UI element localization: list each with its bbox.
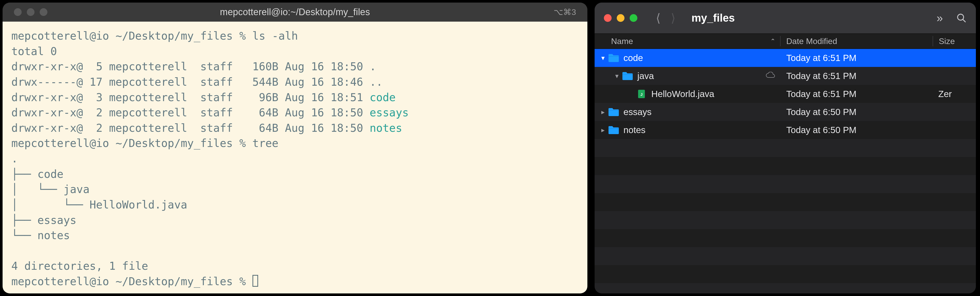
- empty-row: [595, 247, 976, 265]
- file-row[interactable]: ▾javaToday at 6:51 PM: [595, 67, 976, 85]
- terminal-titlebar[interactable]: mepcotterell@io:~/Desktop/my_files ⌥⌘3: [3, 3, 587, 22]
- columns-header: Name ⌃ Date Modified Size: [595, 33, 976, 49]
- empty-row: [595, 175, 976, 193]
- file-name: essays: [624, 107, 652, 117]
- file-name: HelloWorld.java: [651, 89, 714, 99]
- finder-title: my_files: [692, 12, 735, 24]
- terminal-output[interactable]: mepcotterell@io ~/Desktop/my_files % ls …: [3, 22, 587, 293]
- column-size-label: Size: [939, 36, 955, 46]
- folder-icon: [608, 125, 619, 135]
- column-date[interactable]: Date Modified: [781, 36, 932, 46]
- empty-row: [595, 211, 976, 229]
- forward-button[interactable]: ⟩: [671, 11, 676, 25]
- file-date: Today at 6:51 PM: [780, 53, 932, 63]
- file-name: code: [624, 53, 643, 63]
- overflow-button[interactable]: »: [937, 11, 941, 24]
- finder-window: ⟨ ⟩ my_files » Name ⌃ Date Modified Size…: [595, 3, 976, 293]
- finder-toolbar[interactable]: ⟨ ⟩ my_files »: [595, 3, 976, 33]
- empty-row: [595, 265, 976, 283]
- disclosure-triangle-icon[interactable]: ▾: [613, 72, 620, 80]
- file-name: java: [637, 71, 654, 81]
- minimize-button[interactable]: [617, 14, 624, 22]
- empty-row: [595, 193, 976, 211]
- java-file-icon: J: [636, 89, 647, 98]
- close-button[interactable]: [604, 14, 612, 22]
- column-name-label: Name: [611, 36, 633, 46]
- file-list: ▾codeToday at 6:51 PM▾javaToday at 6:51 …: [595, 49, 976, 293]
- folder-icon: [622, 71, 633, 81]
- tab-shortcut-badge: ⌥⌘3: [554, 7, 576, 17]
- empty-row: [595, 229, 976, 247]
- file-row[interactable]: JHelloWorld.javaToday at 6:51 PMZer: [595, 85, 976, 103]
- search-button[interactable]: [956, 13, 967, 23]
- empty-row: [595, 157, 976, 175]
- folder-icon: [608, 53, 619, 63]
- empty-row: [595, 139, 976, 157]
- file-row[interactable]: ▸notesToday at 6:50 PM: [595, 121, 976, 139]
- file-row[interactable]: ▸essaysToday at 6:50 PM: [595, 103, 976, 121]
- disclosure-triangle-icon[interactable]: ▸: [599, 126, 606, 134]
- traffic-lights: [604, 14, 637, 22]
- svg-text:J: J: [640, 92, 643, 97]
- column-name[interactable]: Name ⌃: [595, 36, 780, 46]
- file-date: Today at 6:50 PM: [780, 107, 932, 117]
- sort-indicator-icon: ⌃: [770, 38, 775, 45]
- file-date: Today at 6:51 PM: [780, 89, 932, 99]
- zoom-button[interactable]: [630, 14, 637, 22]
- cursor: [253, 275, 258, 287]
- empty-row: [595, 283, 976, 293]
- svg-line-1: [963, 19, 965, 22]
- column-date-label: Date Modified: [786, 36, 837, 46]
- terminal-window: mepcotterell@io:~/Desktop/my_files ⌥⌘3 m…: [3, 3, 587, 293]
- nav-arrows: ⟨ ⟩: [656, 11, 676, 25]
- file-name: notes: [624, 125, 646, 135]
- column-size[interactable]: Size: [933, 36, 976, 46]
- cloud-icon: [765, 71, 775, 81]
- back-button[interactable]: ⟨: [656, 11, 660, 25]
- terminal-title: mepcotterell@io:~/Desktop/my_files: [3, 7, 587, 17]
- file-row[interactable]: ▾codeToday at 6:51 PM: [595, 49, 976, 67]
- file-date: Today at 6:51 PM: [780, 71, 932, 81]
- disclosure-triangle-icon[interactable]: ▸: [599, 108, 606, 116]
- folder-icon: [608, 107, 619, 117]
- file-size: Zer: [932, 89, 976, 99]
- search-icon: [956, 13, 967, 23]
- file-date: Today at 6:50 PM: [780, 125, 932, 135]
- disclosure-triangle-icon[interactable]: ▾: [599, 54, 606, 62]
